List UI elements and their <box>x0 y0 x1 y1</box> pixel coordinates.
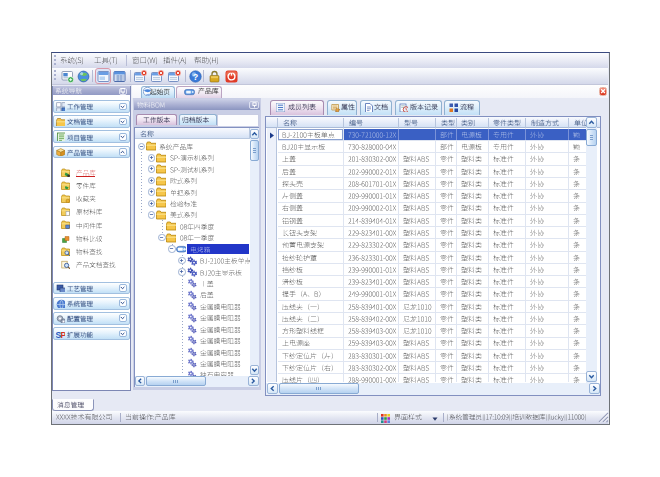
svg-text:P: P <box>60 330 64 339</box>
svg-text:?: ? <box>192 71 198 81</box>
